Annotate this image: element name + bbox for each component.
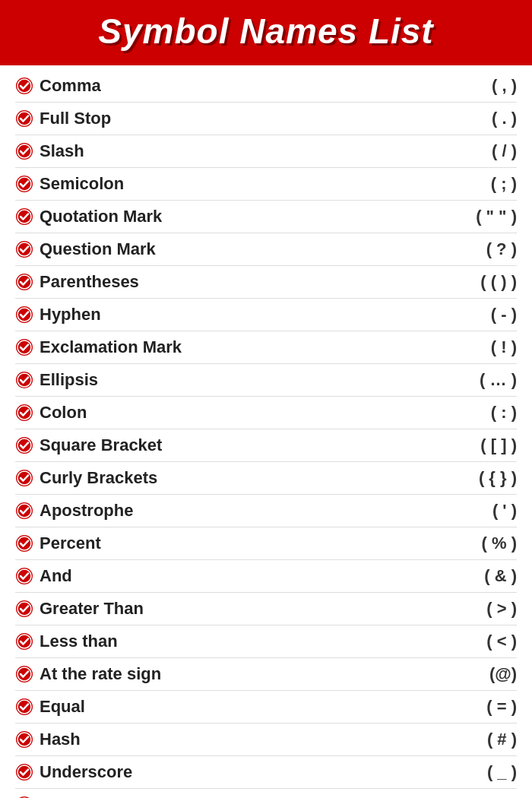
- symbol-row: Comma( , ): [15, 70, 517, 103]
- svg-point-31: [17, 569, 31, 583]
- check-circle-icon: [15, 502, 33, 520]
- symbol-left: Ellipsis: [15, 370, 98, 390]
- check-circle-icon: [15, 469, 33, 487]
- symbol-left: Square Bracket: [15, 435, 162, 455]
- symbol-left: Equal: [15, 697, 85, 717]
- symbol-name-label: Apostrophe: [40, 501, 133, 521]
- symbol-name-label: Exclamation Mark: [40, 337, 182, 357]
- symbol-left: Percent: [15, 534, 101, 553]
- symbol-row: At the rate sign(@): [15, 658, 517, 691]
- symbol-left: Full Stop: [15, 109, 111, 128]
- check-circle-icon: [15, 306, 33, 324]
- symbol-name-label: Full Stop: [40, 109, 111, 128]
- symbol-left: Slash: [15, 141, 84, 161]
- symbol-row: Hash( # ): [15, 724, 517, 756]
- symbol-name-label: Slash: [40, 141, 84, 161]
- symbol-value-label: ( [ ] ): [426, 435, 517, 455]
- symbol-row: Square Bracket( [ ] ): [15, 429, 517, 462]
- check-circle-icon: [15, 567, 33, 585]
- svg-point-1: [17, 79, 31, 93]
- svg-point-25: [17, 471, 31, 485]
- check-circle-icon: [15, 665, 33, 683]
- symbol-value-label: ( % ): [426, 534, 517, 553]
- symbol-name-label: Greater Than: [40, 599, 144, 619]
- symbol-row: Hyphen( - ): [15, 299, 517, 331]
- symbol-value-label: ( - ): [426, 305, 517, 325]
- symbol-name-label: Question Mark: [40, 239, 156, 259]
- svg-point-15: [17, 308, 31, 321]
- symbol-row: Semicolon( ; ): [15, 168, 517, 201]
- symbol-name-label: Colon: [40, 403, 87, 423]
- symbol-name-label: Percent: [40, 534, 101, 553]
- svg-point-3: [17, 112, 31, 125]
- symbol-name-label: Parentheses: [40, 272, 139, 292]
- symbol-left: Colon: [15, 403, 87, 423]
- check-circle-icon: [15, 338, 33, 356]
- symbol-row: Apostrophe( ' ): [15, 495, 517, 527]
- symbol-value-label: ( { } ): [426, 468, 517, 488]
- svg-point-39: [17, 700, 31, 714]
- svg-point-41: [17, 733, 31, 746]
- symbol-row: Equal( = ): [15, 691, 517, 724]
- symbol-value-label: ( / ): [426, 141, 517, 161]
- symbol-value-label: ( > ): [426, 599, 517, 619]
- symbol-name-label: Quotation Mark: [40, 207, 162, 226]
- symbol-left: At the rate sign: [15, 664, 161, 684]
- symbol-row: Underscore( _ ): [15, 756, 517, 789]
- check-circle-icon: [15, 730, 33, 749]
- symbol-value-label: ( " " ): [426, 207, 517, 226]
- check-circle-icon: [15, 207, 33, 226]
- symbol-left: Greater Than: [15, 599, 144, 619]
- svg-point-7: [17, 177, 31, 191]
- check-circle-icon: [15, 632, 33, 651]
- symbol-value-label: ( , ): [426, 76, 517, 96]
- svg-point-11: [17, 242, 31, 256]
- symbol-name-label: Curly Brackets: [40, 468, 157, 488]
- check-circle-icon: [15, 600, 33, 618]
- check-circle-icon: [15, 142, 33, 160]
- symbol-left: Bar: [15, 795, 68, 798]
- symbol-value-label: ( ! ): [426, 337, 517, 357]
- symbol-value-label: (@): [426, 664, 517, 684]
- symbol-row: Curly Brackets( { } ): [15, 462, 517, 495]
- symbol-row: Less than( < ): [15, 625, 517, 658]
- symbol-row: Slash( / ): [15, 135, 517, 168]
- symbol-name-label: Underscore: [40, 762, 132, 782]
- symbol-value-label: ( ? ): [426, 239, 517, 259]
- symbol-name-label: Comma: [40, 76, 101, 96]
- svg-point-23: [17, 439, 31, 452]
- symbol-name-label: Square Bracket: [40, 435, 162, 455]
- symbol-row: Bar( | ): [15, 789, 517, 798]
- svg-point-33: [17, 602, 31, 616]
- symbol-row: Question Mark( ? ): [15, 233, 517, 266]
- symbol-name-label: Ellipsis: [40, 370, 98, 390]
- symbol-left: Quotation Mark: [15, 207, 162, 226]
- svg-point-19: [17, 373, 31, 387]
- symbol-left: Curly Brackets: [15, 468, 157, 488]
- symbol-row: Exclamation Mark( ! ): [15, 331, 517, 364]
- svg-point-13: [17, 275, 31, 289]
- symbol-name-label: Less than: [40, 632, 118, 651]
- check-circle-icon: [15, 175, 33, 193]
- svg-point-9: [17, 210, 31, 223]
- symbol-name-label: Equal: [40, 697, 85, 717]
- check-circle-icon: [15, 763, 33, 781]
- page-header: Symbol Names List: [0, 0, 532, 62]
- check-circle-icon: [15, 698, 33, 716]
- symbol-name-label: At the rate sign: [40, 664, 161, 684]
- svg-point-5: [17, 144, 31, 158]
- check-circle-icon: [15, 77, 33, 95]
- symbol-row: Colon( : ): [15, 397, 517, 429]
- symbol-name-label: Hyphen: [40, 305, 101, 325]
- symbol-value-label: ( < ): [426, 632, 517, 651]
- symbol-value-label: ( ' ): [426, 501, 517, 521]
- symbol-row: Full Stop( . ): [15, 103, 517, 135]
- symbol-left: Comma: [15, 76, 101, 96]
- check-circle-icon: [15, 404, 33, 422]
- symbol-value-label: ( | ): [426, 795, 517, 798]
- symbol-name-label: Semicolon: [40, 174, 124, 194]
- symbol-row: And( & ): [15, 560, 517, 593]
- symbol-left: Hyphen: [15, 305, 101, 325]
- svg-point-35: [17, 635, 31, 648]
- symbol-name-label: Bar: [40, 795, 68, 798]
